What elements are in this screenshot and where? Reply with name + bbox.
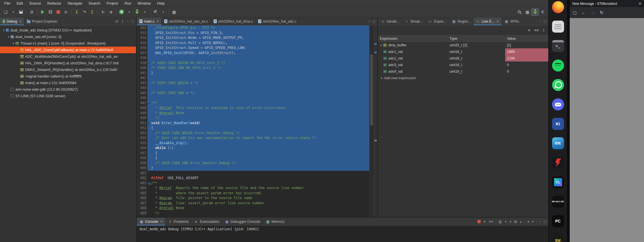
spacer[interactable] bbox=[178, 8, 516, 16]
line-number[interactable]: 468 bbox=[137, 206, 147, 211]
restart-icon[interactable] bbox=[99, 8, 107, 16]
line-number[interactable]: 433 bbox=[137, 31, 147, 36]
remove-all-launches-icon[interactable] bbox=[489, 220, 493, 224]
clion-icon[interactable]: CL bbox=[552, 176, 564, 188]
debug-tree-row[interactable]: HAL_ADC_ConvCpltCallback() at main.c:72 … bbox=[0, 47, 136, 53]
step-return-icon[interactable] bbox=[88, 8, 96, 16]
new-wizard-icon[interactable] bbox=[2, 8, 9, 16]
back-icon[interactable] bbox=[581, 10, 586, 15]
fold-marker-icon[interactable] bbox=[147, 166, 151, 171]
maximize-icon[interactable] bbox=[373, 19, 375, 23]
resume-icon[interactable] bbox=[39, 8, 47, 16]
terminate-icon[interactable] bbox=[54, 8, 62, 16]
view-tab[interactable]: Console bbox=[137, 218, 165, 225]
fold-marker-icon[interactable] bbox=[147, 35, 151, 41]
fold-marker-icon[interactable] bbox=[147, 146, 151, 151]
editor-tab[interactable]: stm32f4xx_hal_dma.c bbox=[211, 17, 256, 25]
debug-tree-row[interactable]: ST-LINK (ST-LINK GDB server) bbox=[0, 93, 136, 99]
line-number[interactable]: 461 bbox=[137, 171, 147, 176]
code-text[interactable]: * @param line: assert_param error line s… bbox=[151, 201, 369, 206]
spotify-icon[interactable] bbox=[552, 59, 564, 72]
code-text[interactable]: GPIO_InitStruct.Pull = GPIO_NOPULL; bbox=[151, 41, 369, 46]
line-number[interactable]: 438 bbox=[137, 55, 147, 61]
code-text[interactable]: /*Configure GPIO pin : PC3 */ bbox=[151, 25, 369, 31]
menu-item[interactable]: File bbox=[1, 0, 13, 6]
stm32cubeide-icon[interactable]: IDE bbox=[552, 137, 564, 149]
minimize-icon[interactable] bbox=[127, 19, 129, 23]
code-text[interactable]: /** bbox=[151, 101, 369, 106]
debug-tree-row[interactable]: dual_mode_adc Debug [STM32 C/C++ Applica… bbox=[0, 27, 136, 33]
separator[interactable] bbox=[168, 9, 169, 15]
view-tab[interactable]: Live E... bbox=[474, 17, 502, 25]
fold-marker-icon[interactable] bbox=[147, 211, 151, 216]
fold-marker-icon[interactable] bbox=[147, 96, 151, 101]
add-expression-row[interactable]: + Add new expression bbox=[378, 75, 548, 81]
separator[interactable] bbox=[150, 9, 150, 15]
code-area[interactable]: 432 /*Configure GPIO pin : PC3 */ 433 G bbox=[137, 25, 369, 217]
show-console-on-output-icon[interactable] bbox=[499, 220, 502, 224]
fold-marker-icon[interactable] bbox=[147, 176, 151, 181]
forward-icon[interactable] bbox=[591, 10, 595, 15]
view-tab[interactable]: Regist... bbox=[449, 17, 474, 25]
remove-all-expressions-icon[interactable] bbox=[534, 28, 539, 32]
fold-marker-icon[interactable] bbox=[147, 206, 151, 211]
pin-console-icon[interactable] bbox=[519, 220, 522, 223]
code-text[interactable]: } bbox=[151, 166, 369, 171]
code-text[interactable]: */ bbox=[151, 116, 369, 121]
code-text[interactable]: GPIO_InitStruct.Pin = GPIO_PIN_3; bbox=[151, 31, 369, 36]
remove-launch-icon[interactable] bbox=[483, 220, 486, 224]
fold-marker-icon[interactable] bbox=[147, 55, 151, 61]
line-number[interactable]: 454 bbox=[137, 136, 147, 141]
code-text[interactable]: /* USER CODE END 4 */ bbox=[151, 91, 369, 96]
line-number[interactable]: 440 bbox=[137, 66, 147, 71]
expander-icon[interactable] bbox=[379, 43, 383, 47]
minimize-icon[interactable] bbox=[539, 220, 541, 224]
titlebar[interactable]: New Message - STMicroelect bbox=[570, 0, 644, 7]
fold-marker-icon[interactable] bbox=[147, 71, 151, 76]
line-number[interactable]: 441 bbox=[137, 71, 147, 76]
debug-icon[interactable] bbox=[133, 8, 141, 16]
fold-marker-icon[interactable] bbox=[147, 66, 151, 71]
line-number[interactable]: 457 bbox=[137, 151, 147, 156]
debug-tree-row[interactable]: main() at main.c:131 0x8000564 bbox=[0, 80, 136, 86]
mplab-x-ide-icon[interactable]: MPLAB X IDE bbox=[552, 196, 564, 208]
close-tab-icon[interactable] bbox=[157, 20, 159, 23]
fold-marker-icon[interactable] bbox=[147, 186, 151, 191]
maximize-icon[interactable] bbox=[544, 219, 546, 224]
expression-row[interactable]: dma_buffer uint32_t [2] [2] bbox=[378, 42, 548, 48]
overview-ruler[interactable] bbox=[374, 25, 377, 217]
column-header-type[interactable]: Type bbox=[448, 35, 505, 41]
code-text[interactable] bbox=[151, 96, 369, 101]
disconnect-icon[interactable] bbox=[62, 8, 70, 16]
line-number[interactable]: 446 bbox=[137, 96, 147, 101]
code-text[interactable]: HAL_GPIO_Init(GPIOC, &GPIO_InitStruct); bbox=[151, 51, 369, 56]
sw-app-icon[interactable]: $W bbox=[552, 235, 564, 242]
step-into-icon[interactable] bbox=[73, 8, 81, 16]
fold-marker-icon[interactable] bbox=[147, 101, 151, 106]
fold-marker-icon[interactable] bbox=[147, 86, 151, 91]
view-tab[interactable]: Memory bbox=[263, 218, 287, 225]
code-text[interactable]: * where the assert param error has occur… bbox=[151, 191, 369, 196]
fold-marker-icon[interactable] bbox=[147, 116, 151, 121]
fold-marker-icon[interactable] bbox=[147, 41, 151, 46]
fold-marker-icon[interactable] bbox=[147, 171, 151, 176]
fold-marker-icon[interactable] bbox=[147, 196, 151, 201]
new-dropdown-icon[interactable] bbox=[9, 8, 17, 16]
code-text[interactable]: /* User can add his own implementation t… bbox=[151, 136, 369, 141]
console-output[interactable]: dual_mode_adc Debug [STM32 C/C++ Applica… bbox=[137, 226, 548, 242]
terminate-icon[interactable] bbox=[478, 220, 481, 223]
line-number[interactable]: 464 bbox=[137, 186, 147, 191]
debug-tree-row[interactable]: Thread #1 [main] 1 [core: 0] (Suspended … bbox=[0, 40, 136, 47]
firefox-icon[interactable] bbox=[552, 1, 564, 13]
fold-marker-icon[interactable] bbox=[147, 81, 151, 86]
line-number[interactable]: 453 bbox=[137, 131, 147, 136]
fold-marker-icon[interactable] bbox=[147, 156, 151, 161]
editor-tab[interactable]: stm32f4xx_hal_adc_ex.c bbox=[162, 17, 211, 25]
fold-marker-icon[interactable] bbox=[147, 121, 151, 126]
view-menu-icon[interactable] bbox=[121, 19, 124, 23]
menu-item[interactable]: Navigate bbox=[65, 0, 85, 6]
code-text[interactable]: while (1) bbox=[151, 146, 369, 151]
text-editor-icon[interactable] bbox=[552, 21, 564, 33]
kicad-icon[interactable]: Ki bbox=[552, 118, 564, 130]
menu-item[interactable]: Run bbox=[121, 0, 135, 6]
